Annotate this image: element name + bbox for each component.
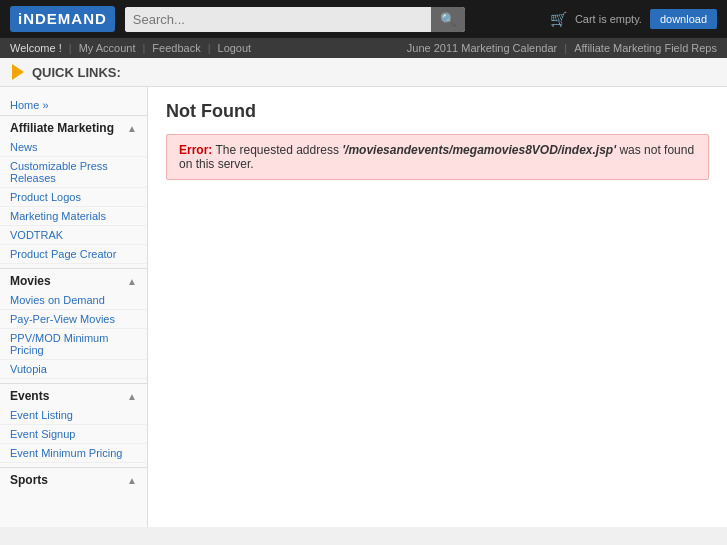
cart-text: Cart is empty. bbox=[575, 13, 642, 25]
nav-left: Welcome ! | My Account | Feedback | Logo… bbox=[10, 42, 251, 54]
content: Not Found Error: The requested address '… bbox=[148, 87, 727, 527]
sidebar-item-event-min-pricing[interactable]: Event Minimum Pricing bbox=[0, 444, 147, 463]
quick-links-bar: QUICK LINKS: bbox=[0, 58, 727, 87]
logo-text: iNDEMAND bbox=[18, 10, 107, 27]
nav-sep-4: | bbox=[564, 42, 567, 54]
sidebar-item-news[interactable]: News bbox=[0, 138, 147, 157]
nav-field-reps[interactable]: Affiliate Marketing Field Reps bbox=[574, 42, 717, 54]
error-box: Error: The requested address '/moviesand… bbox=[166, 134, 709, 180]
sidebar-section-movies-header: Movies ▲ bbox=[0, 268, 147, 291]
sidebar-item-vodtrak[interactable]: VODTRAK bbox=[0, 226, 147, 245]
sidebar-item-marketing-materials[interactable]: Marketing Materials bbox=[0, 207, 147, 226]
error-message-text: The requested address bbox=[215, 143, 342, 157]
search-input[interactable] bbox=[125, 7, 431, 32]
sidebar: Home » Affiliate Marketing ▲ News Custom… bbox=[0, 87, 148, 527]
sidebar-section-events: Events ▲ Event Listing Event Signup Even… bbox=[0, 383, 147, 463]
sidebar-section-sports-title: Sports bbox=[10, 473, 48, 487]
search-button[interactable]: 🔍 bbox=[431, 7, 465, 32]
nav-sep-2: | bbox=[142, 42, 145, 54]
nav-bar: Welcome ! | My Account | Feedback | Logo… bbox=[0, 38, 727, 58]
sidebar-item-product-logos[interactable]: Product Logos bbox=[0, 188, 147, 207]
sidebar-section-sports-header: Sports ▲ bbox=[0, 467, 147, 490]
search-bar: 🔍 bbox=[125, 7, 465, 32]
sidebar-section-movies-collapse[interactable]: ▲ bbox=[127, 276, 137, 287]
welcome-text: Welcome ! bbox=[10, 42, 62, 54]
nav-logout[interactable]: Logout bbox=[218, 42, 252, 54]
main: Home » Affiliate Marketing ▲ News Custom… bbox=[0, 87, 727, 527]
nav-right: June 2011 Marketing Calendar | Affiliate… bbox=[407, 42, 717, 54]
cart-area: 🛒 Cart is empty. download bbox=[550, 9, 717, 29]
quick-links-arrow-icon bbox=[12, 64, 24, 80]
error-path: '/moviesandevents/megamovies8VOD/index.j… bbox=[342, 143, 616, 157]
sidebar-home-link[interactable]: Home » bbox=[0, 95, 147, 115]
logo: iNDEMAND bbox=[10, 6, 115, 32]
cart-icon: 🛒 bbox=[550, 11, 567, 27]
sidebar-section-movies: Movies ▲ Movies on Demand Pay-Per-View M… bbox=[0, 268, 147, 379]
sidebar-item-product-page-creator[interactable]: Product Page Creator bbox=[0, 245, 147, 264]
sidebar-section-movies-title: Movies bbox=[10, 274, 51, 288]
nav-feedback[interactable]: Feedback bbox=[152, 42, 200, 54]
sidebar-section-affiliate-collapse[interactable]: ▲ bbox=[127, 123, 137, 134]
sidebar-item-ppv-min-pricing[interactable]: PPV/MOD Minimum Pricing bbox=[0, 329, 147, 360]
sidebar-item-movies-on-demand[interactable]: Movies on Demand bbox=[0, 291, 147, 310]
quick-links-label: QUICK LINKS: bbox=[32, 65, 121, 80]
nav-sep-3: | bbox=[208, 42, 211, 54]
sidebar-item-press-releases[interactable]: Customizable Press Releases bbox=[0, 157, 147, 188]
sidebar-item-vutopia[interactable]: Vutopia bbox=[0, 360, 147, 379]
sidebar-item-event-signup[interactable]: Event Signup bbox=[0, 425, 147, 444]
header: iNDEMAND 🔍 🛒 Cart is empty. download bbox=[0, 0, 727, 38]
download-button[interactable]: download bbox=[650, 9, 717, 29]
nav-my-account[interactable]: My Account bbox=[79, 42, 136, 54]
not-found-title: Not Found bbox=[166, 101, 709, 122]
nav-sep-1: | bbox=[69, 42, 72, 54]
sidebar-section-events-header: Events ▲ bbox=[0, 383, 147, 406]
sidebar-section-affiliate-header: Affiliate Marketing ▲ bbox=[0, 115, 147, 138]
sidebar-item-event-listing[interactable]: Event Listing bbox=[0, 406, 147, 425]
sidebar-item-ppv-movies[interactable]: Pay-Per-View Movies bbox=[0, 310, 147, 329]
sidebar-section-sports: Sports ▲ bbox=[0, 467, 147, 490]
sidebar-section-affiliate-title: Affiliate Marketing bbox=[10, 121, 114, 135]
sidebar-section-events-title: Events bbox=[10, 389, 49, 403]
sidebar-section-affiliate: Affiliate Marketing ▲ News Customizable … bbox=[0, 115, 147, 264]
nav-marketing-calendar[interactable]: June 2011 Marketing Calendar bbox=[407, 42, 557, 54]
error-label: Error: bbox=[179, 143, 212, 157]
sidebar-section-sports-collapse[interactable]: ▲ bbox=[127, 475, 137, 486]
sidebar-section-events-collapse[interactable]: ▲ bbox=[127, 391, 137, 402]
